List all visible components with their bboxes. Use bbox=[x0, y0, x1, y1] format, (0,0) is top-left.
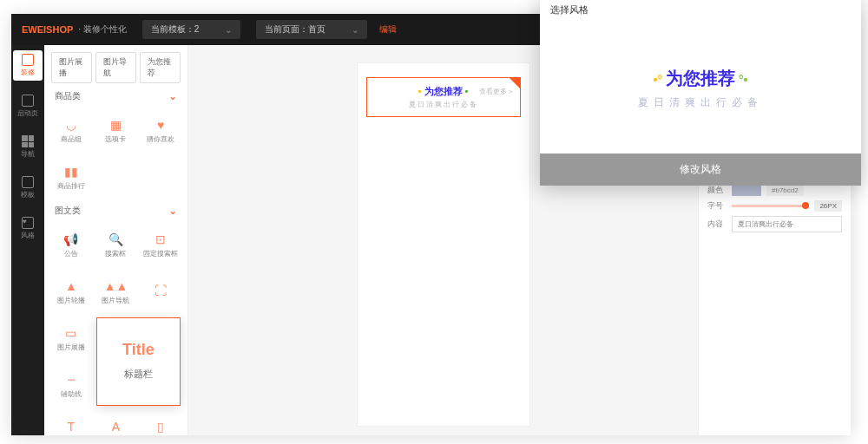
comp-divider[interactable]: ┄辅助线 bbox=[51, 364, 91, 406]
line-icon: ┄ bbox=[63, 372, 79, 388]
template-select[interactable]: 当前模板：2 bbox=[142, 20, 241, 39]
tab-imgnav[interactable]: 图片导航 bbox=[95, 52, 136, 83]
comp-crop[interactable]: ⛶ bbox=[141, 271, 181, 312]
edit-link[interactable]: 编辑 bbox=[379, 23, 397, 36]
comp-like[interactable]: ♥猜你喜欢 bbox=[141, 109, 181, 151]
title-icon: Title bbox=[130, 343, 146, 359]
comp-titlebar-active[interactable]: Title标题栏 bbox=[96, 317, 181, 406]
rail-template[interactable]: 模板 bbox=[13, 173, 43, 203]
text-icon: A bbox=[108, 419, 123, 434]
heart-icon: ♥ bbox=[22, 217, 34, 229]
bars-icon: ▮▮ bbox=[63, 164, 79, 180]
category-media[interactable]: 图文类 bbox=[44, 198, 187, 224]
popup-preview[interactable]: 为您推荐 夏日清爽出行必备 bbox=[540, 23, 861, 153]
comp-spacer[interactable]: ▯辅助空白 bbox=[141, 411, 181, 435]
brush-icon bbox=[22, 54, 34, 66]
rail-nav[interactable]: 导航 bbox=[13, 132, 43, 162]
comp-rank[interactable]: ▮▮商品排行 bbox=[51, 156, 91, 198]
tabs-icon: ▦ bbox=[108, 117, 123, 133]
rail-decorate[interactable]: 装修 bbox=[13, 50, 43, 81]
comp-titlebar[interactable]: T标题栏 bbox=[51, 411, 91, 435]
comp-fixed-search[interactable]: ⊡固定搜索框 bbox=[141, 224, 181, 265]
comp-imgnav[interactable]: ▲▲图片导航 bbox=[96, 271, 136, 312]
sub-font-slider[interactable] bbox=[732, 205, 809, 207]
brand-logo: EWEISHOP bbox=[22, 24, 73, 35]
comp-richtext[interactable]: A富文本 bbox=[96, 411, 136, 435]
rail-splash[interactable]: 启动页 bbox=[13, 91, 43, 121]
imgnav-icon: ▲▲ bbox=[108, 278, 123, 294]
modify-style-button[interactable]: 修改风格 bbox=[540, 153, 861, 186]
spacer-icon: ▯ bbox=[153, 419, 168, 434]
comp-gallery[interactable]: ▭图片展播 bbox=[51, 317, 91, 359]
category-goods[interactable]: 商品类 bbox=[44, 83, 187, 109]
recommend-subtitle: 夏日清爽出行必备 bbox=[374, 100, 513, 109]
popup-title: 选择风格 bbox=[540, 0, 861, 23]
component-panel: 图片展播 图片导航 为您推荐 商品类 ◡商品组 ▦选项卡 ♥猜你喜欢 ▮▮商品排… bbox=[44, 45, 188, 435]
grid-icon bbox=[22, 135, 34, 147]
comp-goods-group[interactable]: ◡商品组 bbox=[51, 109, 91, 151]
heart-icon: ♥ bbox=[153, 117, 168, 133]
image-icon: ▲ bbox=[63, 278, 79, 294]
breadcrumb: · 装修个性化 bbox=[78, 23, 127, 36]
gallery-icon: ▭ bbox=[63, 325, 79, 341]
side-rail: 装修 启动页 导航 模板 ♥风格 bbox=[11, 45, 44, 435]
comp-notice[interactable]: 📢公告 bbox=[51, 224, 91, 265]
more-link[interactable]: 查看更多 > bbox=[479, 87, 513, 96]
recommend-block[interactable]: 为您推荐 夏日清爽出行必备 查看更多 > bbox=[366, 77, 521, 117]
bag-icon: ◡ bbox=[63, 117, 79, 133]
comp-tabs[interactable]: ▦选项卡 bbox=[96, 109, 136, 151]
search-icon: 🔍 bbox=[108, 232, 123, 247]
layers-icon bbox=[22, 176, 34, 188]
horn-icon: 📢 bbox=[63, 232, 79, 247]
rail-style[interactable]: ♥风格 bbox=[13, 213, 43, 244]
popup-preview-title: 为您推荐 bbox=[654, 67, 748, 90]
sub-content-input[interactable]: 夏日清爽出行必备 bbox=[732, 216, 842, 232]
crop-icon: ⛶ bbox=[153, 283, 168, 298]
comp-carousel[interactable]: ▲图片轮播 bbox=[51, 271, 91, 312]
phone-frame: 为您推荐 夏日清爽出行必备 查看更多 > bbox=[357, 62, 530, 427]
sub-color-swatch[interactable] bbox=[732, 186, 761, 196]
comp-search[interactable]: 🔍搜索框 bbox=[96, 224, 136, 265]
title-sm-icon: T bbox=[63, 419, 79, 434]
page-icon bbox=[22, 95, 34, 107]
style-popup: 选择风格 为您推荐 夏日清爽出行必备 修改风格 bbox=[540, 0, 861, 186]
page-select[interactable]: 当前页面：首页 bbox=[256, 20, 367, 39]
tab-carousel[interactable]: 图片展播 bbox=[51, 52, 92, 83]
popup-preview-sub: 夏日清爽出行必备 bbox=[638, 95, 763, 110]
fixed-search-icon: ⊡ bbox=[153, 232, 168, 247]
tab-recommend[interactable]: 为您推荐 bbox=[140, 52, 181, 83]
